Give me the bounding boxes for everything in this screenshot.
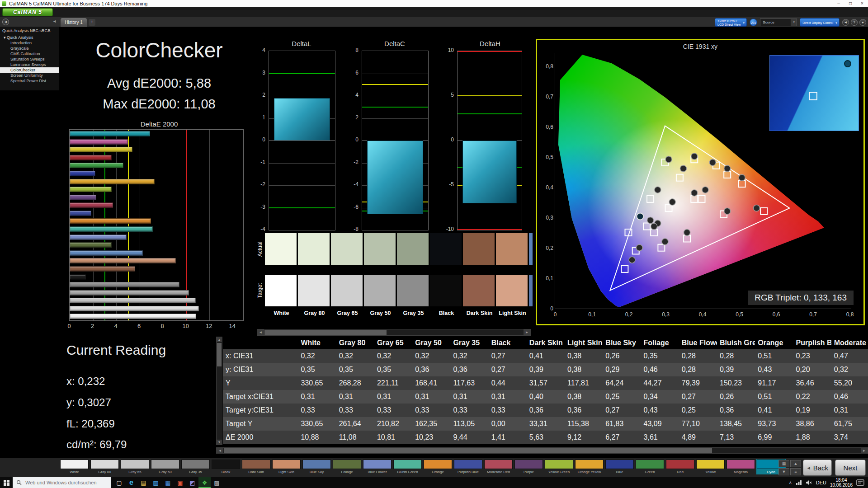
tree-expander-icon[interactable]: ▾: [4, 35, 6, 40]
patch-green[interactable]: Green: [635, 459, 665, 474]
patch-bluish-green[interactable]: Bluish Green: [393, 459, 422, 474]
notification-center-icon[interactable]: [856, 479, 864, 486]
patch-tool-button-0[interactable]: ▦: [778, 460, 789, 467]
calman-client-icon[interactable]: ❖: [198, 477, 211, 488]
actual-swatch-dark-skin: [463, 233, 495, 265]
sidebar-item-luminance-sweeps[interactable]: Luminance Sweeps: [0, 62, 59, 67]
patch-black[interactable]: Black: [211, 459, 241, 474]
photos-icon[interactable]: ▦: [162, 477, 174, 488]
patch-yellow-green[interactable]: Yellow Green: [544, 459, 574, 474]
patch-gray-80[interactable]: Gray 80: [90, 459, 119, 474]
scroll-down-icon[interactable]: ▼: [217, 440, 222, 445]
language-indicator[interactable]: DEU: [816, 480, 826, 485]
cie-measured-dot: [691, 153, 698, 160]
scroll-right-icon[interactable]: ►: [861, 448, 868, 454]
edge-icon[interactable]: e: [125, 477, 137, 488]
source-select[interactable]: Source ▼: [760, 19, 797, 26]
patch-foliage[interactable]: Foliage: [332, 459, 362, 474]
close-button[interactable]: ×: [856, 0, 868, 7]
table-horizontal-scrollbar[interactable]: ◄ ►: [216, 447, 868, 454]
patch-orange[interactable]: Orange: [423, 459, 453, 474]
store-icon[interactable]: ▥: [150, 477, 162, 488]
table-cell: 221,11: [374, 376, 412, 390]
scroll-left-icon[interactable]: ◄: [257, 329, 264, 335]
scrollbar-thumb[interactable]: [224, 448, 712, 453]
taskbar-clock[interactable]: 18:04 10.06.2016: [830, 478, 853, 488]
patch-gray-35[interactable]: Gray 35: [181, 459, 210, 474]
network-icon[interactable]: [796, 480, 802, 485]
volume-muted-icon[interactable]: [806, 480, 812, 485]
table-cell: 0,19: [793, 404, 831, 417]
deltah-axis-labels: 1050-5-10: [441, 51, 455, 230]
scroll-right-icon[interactable]: ►: [524, 329, 530, 335]
deltae-bar-purplish-blue: [70, 211, 91, 216]
swatch-scrollbar[interactable]: ◄ ►: [257, 329, 531, 336]
patch-blue-flower[interactable]: Blue Flower: [363, 459, 392, 474]
maximize-button[interactable]: □: [844, 0, 856, 7]
tab-history-1[interactable]: History 1: [61, 18, 87, 27]
table-cell: 0,35: [374, 363, 412, 376]
next-button[interactable]: Next: [835, 460, 866, 476]
search-input[interactable]: [24, 479, 103, 486]
start-button[interactable]: [0, 477, 13, 488]
patch-purplish-blue[interactable]: Purplish Blue: [453, 459, 483, 474]
app-icon-3[interactable]: ▩: [211, 477, 223, 488]
file-explorer-icon[interactable]: ▤: [137, 477, 150, 488]
patch-tool-button-2[interactable]: ▼: [778, 468, 789, 475]
patch-moderate-red[interactable]: Moderate Red: [484, 459, 513, 474]
power-button[interactable]: ●: [859, 19, 866, 26]
scrollbar-thumb[interactable]: [217, 343, 222, 366]
scroll-left-icon[interactable]: ◄: [217, 448, 223, 454]
patch-white[interactable]: White: [60, 459, 89, 474]
app-icon-2[interactable]: ◩: [186, 477, 198, 488]
deltal-chart-title: DeltaL: [269, 40, 335, 47]
sidebar-item-cms-calibration[interactable]: CMS Calibration: [0, 51, 59, 56]
patch-magenta[interactable]: Magenta: [726, 459, 755, 474]
patch-blue-sky[interactable]: Blue Sky: [302, 459, 331, 474]
patch-light-skin[interactable]: Light Skin: [272, 459, 301, 474]
sidebar-root-node[interactable]: ▾ Quick Analysis: [0, 35, 59, 40]
sidebar-item-grayscale[interactable]: Grayscale: [0, 46, 59, 51]
table-cell: 0,33: [336, 404, 374, 417]
patch-label: Green: [636, 470, 664, 474]
patch-blue[interactable]: Blue: [605, 459, 634, 474]
app-icon-1[interactable]: ▣: [174, 477, 186, 488]
meter-selector[interactable]: X-Rite i1Pro 2 LCD Direct View ▼: [715, 18, 747, 27]
sidebar-item-colorchecker[interactable]: ColorChecker: [0, 67, 59, 73]
patch-red[interactable]: Red: [665, 459, 695, 474]
minimize-button[interactable]: –: [833, 0, 844, 7]
patch-gray-65[interactable]: Gray 65: [120, 459, 150, 474]
patch-dark-skin[interactable]: Dark Skin: [241, 459, 271, 474]
table-vertical-scrollbar[interactable]: ▲ ▼: [216, 337, 222, 445]
table-cell: 4,89: [679, 431, 717, 444]
meter-count-badge[interactable]: 231: [750, 19, 757, 26]
patch-label: Orange: [424, 470, 452, 474]
swatch-labels: WhiteGray 80Gray 65Gray 50Gray 35BlackDa…: [265, 310, 533, 316]
patch-gray-50[interactable]: Gray 50: [151, 459, 180, 474]
sidebar-item-spectral-power-dist-[interactable]: Spectral Power Dist.: [0, 78, 59, 84]
target-swatch-dark-skin: [463, 275, 495, 306]
scroll-up-icon[interactable]: ▲: [217, 337, 222, 342]
taskbar-search[interactable]: [13, 477, 111, 488]
page-title: ColorChecker: [59, 38, 259, 62]
patch-orange-yellow[interactable]: Orange Yellow: [575, 459, 604, 474]
back-button[interactable]: ◄ Back: [803, 460, 832, 476]
display-control-selector[interactable]: Direct Display Control ▼: [800, 18, 840, 27]
sidebar-item-introduction[interactable]: Introduction: [0, 40, 59, 46]
nav-back-button[interactable]: ◄: [2, 19, 9, 25]
tray-expand-icon[interactable]: ∧: [789, 480, 792, 485]
undo-button[interactable]: ◄: [842, 19, 849, 26]
patch-purple[interactable]: Purple: [514, 459, 543, 474]
sidebar-item-saturation-sweeps[interactable]: Saturation Sweeps: [0, 56, 59, 62]
reading-cdm2: cd/m²: 69,79: [66, 438, 127, 451]
scrollbar-thumb[interactable]: [264, 330, 387, 335]
task-view-icon[interactable]: ▢: [113, 477, 125, 488]
help-button[interactable]: ?: [851, 19, 858, 26]
patch-yellow[interactable]: Yellow: [696, 459, 725, 474]
new-tab-button[interactable]: +: [89, 19, 95, 26]
sidebar-collapse-icon[interactable]: ◄: [52, 19, 57, 23]
patch-tool-button-3[interactable]: ≡: [790, 468, 801, 475]
patch-tool-button-1[interactable]: ▲: [790, 460, 801, 467]
table-cell: 0,43: [641, 404, 679, 417]
sidebar-item-screen-uniformity[interactable]: Screen Uniformity: [0, 73, 59, 78]
